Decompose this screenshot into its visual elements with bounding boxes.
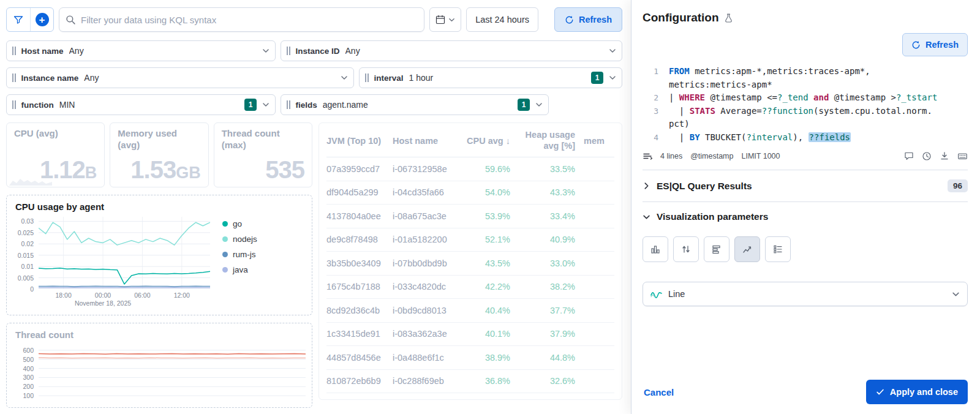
legend-item[interactable]: rum-js (222, 250, 257, 259)
apply-and-close-button[interactable]: Apply and close (866, 380, 968, 404)
kql-filter-input[interactable] (81, 15, 418, 25)
panel-thread-count[interactable]: Thread count 100200300400500600 (6, 323, 312, 408)
cell-host: i-067312958e (393, 164, 456, 174)
control-host-name[interactable]: Host name Any (6, 40, 276, 61)
table-row: 07a3959ccd7i-067312958e59.6%33.5% (326, 157, 614, 181)
cpu-chart-plot[interactable] (39, 217, 210, 289)
thread-chart-plot[interactable] (39, 345, 306, 401)
refresh-icon (565, 15, 574, 24)
viz-line-orientation-button[interactable] (734, 236, 760, 262)
metric-panel-cpu-avg[interactable]: CPU (avg) 1.12B (6, 122, 105, 187)
x-tick-label: 18:00 (55, 292, 71, 299)
cell-host: i-0a488e6f1c (393, 353, 456, 363)
cpu-chart-y-axis: 00.0050.010.0150.020.0250.03 (15, 217, 39, 289)
control-value: Any (84, 73, 335, 83)
column-header-host-name[interactable]: Host name (393, 136, 456, 146)
drag-handle-icon (12, 73, 16, 82)
refresh-label: Refresh (579, 15, 612, 24)
refresh-label: Refresh (925, 40, 959, 50)
visualization-parameters-toggle[interactable]: Visualization parameters (643, 201, 968, 231)
panel-title: Thread count (15, 329, 303, 340)
control-fields[interactable]: fields agent.name 1 (281, 94, 549, 115)
legend-item[interactable]: java (222, 265, 257, 274)
viz-bars-horizontal-button[interactable] (704, 236, 729, 262)
cell-heap: 43.3% (510, 187, 575, 197)
refresh-button[interactable]: Refresh (554, 7, 622, 32)
flyout-title: Configuration (643, 11, 719, 24)
panel-jvm-table[interactable]: JVM (Top 10) Host name CPU avg ↓ Heap us… (318, 122, 622, 400)
query-history-clock-icon[interactable] (922, 151, 932, 161)
viz-legend-options-button[interactable] (765, 236, 791, 262)
search-icon (66, 15, 76, 25)
x-tick-label: 12:00 (174, 292, 190, 299)
control-label: interval (374, 73, 404, 83)
line-number: 3 (643, 105, 658, 131)
esql-editor-footer: 4 lines @timestamp LIMIT 1000 (643, 151, 968, 170)
x-tick-label: 06:00 (134, 292, 150, 299)
filter-button[interactable] (7, 8, 30, 31)
column-header-mem[interactable]: mem (575, 136, 614, 146)
control-function[interactable]: function MIN 1 (6, 94, 276, 115)
control-instance-name[interactable]: Instance name Any (6, 67, 354, 88)
jvm-table-header: JVM (Top 10) Host name CPU avg ↓ Heap us… (326, 124, 614, 157)
editor-menu-icon[interactable] (643, 151, 652, 161)
results-section-label: ES|QL Query Results (657, 181, 941, 192)
drag-handle-icon (365, 73, 369, 82)
metric-title: Memory used (avg) (118, 128, 200, 151)
dashboard-content: CPU (avg) 1.12B Memory used (avg) 1.53GB… (6, 122, 622, 408)
controls-row-2: Instance name Any interval 1 hour 1 (6, 67, 622, 88)
legend-item[interactable]: nodejs (222, 235, 257, 244)
table-row: 44857d8456ei-0a488e6f1c38.9%44.8% (326, 346, 614, 370)
legend-item[interactable]: go (222, 219, 257, 228)
legend-label: java (233, 265, 248, 274)
cell-heap: 32.6% (510, 376, 575, 386)
cell-cpu: 59.6% (456, 164, 510, 174)
download-icon[interactable] (940, 151, 949, 161)
flyout-refresh-button[interactable]: Refresh (902, 33, 968, 56)
cell-id: 1c33415de91 (326, 329, 393, 339)
metric-panel-memory-used[interactable]: Memory used (avg) 1.53GB (110, 122, 208, 187)
apply-label: Apply and close (890, 387, 958, 397)
table-row: 8cd92d36c4bi-0bd9cd801340.4%37.7% (326, 299, 614, 323)
line-chart-type-icon (650, 290, 662, 298)
cell-cpu: 36.8% (456, 376, 510, 386)
editor-timestamp-toggle[interactable]: @timestamp (690, 152, 733, 160)
table-row: df904d5a299i-04cd35fa6654.0%43.3% (326, 181, 614, 205)
legend-label: go (233, 219, 242, 228)
column-header-heap-usage[interactable]: Heap usage avg [%] (510, 130, 575, 151)
time-range-button[interactable]: Last 24 hours (466, 7, 538, 32)
line-number: 4 (643, 131, 658, 145)
keyboard-icon[interactable] (957, 151, 968, 161)
column-header-jvm[interactable]: JVM (Top 10) (326, 136, 393, 146)
panel-cpu-usage-by-agent[interactable]: CPU usage by agent 00.0050.010.0150.020.… (6, 195, 312, 315)
x-tick-label: 00:00 (95, 292, 111, 299)
metric-title: Thread count (max) (222, 128, 304, 151)
viz-bars-vertical-button[interactable] (643, 236, 668, 262)
feedback-icon[interactable] (904, 151, 914, 161)
control-label: function (21, 100, 54, 110)
cell-id: 3b35b0e3409 (326, 258, 393, 268)
metric-panel-thread-count[interactable]: Thread count (max) 535 (214, 122, 312, 187)
esql-editor[interactable]: 1FROM metrics:apm-*,metrics:traces-apm*,… (643, 65, 968, 144)
legend-dot (222, 267, 228, 273)
esql-results-section-toggle[interactable]: ES|QL Query Results 96 (643, 170, 968, 201)
cell-id: 07a3959ccd7 (326, 164, 393, 174)
table-row: 4137804a0eei-08a675ac3e53.9%33.4% (326, 205, 614, 228)
column-header-cpu-avg[interactable]: CPU avg ↓ (456, 136, 510, 146)
cell-cpu: 43.5% (456, 258, 510, 268)
control-interval[interactable]: interval 1 hour 1 (359, 67, 622, 88)
date-picker-button[interactable] (429, 7, 461, 32)
cancel-button[interactable]: Cancel (644, 387, 674, 397)
chart-type-select[interactable]: Line (643, 282, 968, 306)
drag-handle-icon (12, 100, 16, 109)
controls-row-1: Host name Any Instance ID Any (6, 40, 622, 61)
viz-params-label: Visualization parameters (657, 211, 968, 222)
add-control-button[interactable]: + (30, 8, 53, 31)
control-instance-id[interactable]: Instance ID Any (281, 40, 622, 61)
sort-vertical-icon (681, 244, 691, 254)
drag-handle-icon (287, 100, 290, 109)
viz-sort-vertical-button[interactable] (673, 236, 699, 262)
editor-limit[interactable]: LIMIT 1000 (741, 152, 780, 160)
cell-cpu: 40.4% (456, 306, 510, 315)
cell-heap: 44.8% (510, 353, 575, 363)
